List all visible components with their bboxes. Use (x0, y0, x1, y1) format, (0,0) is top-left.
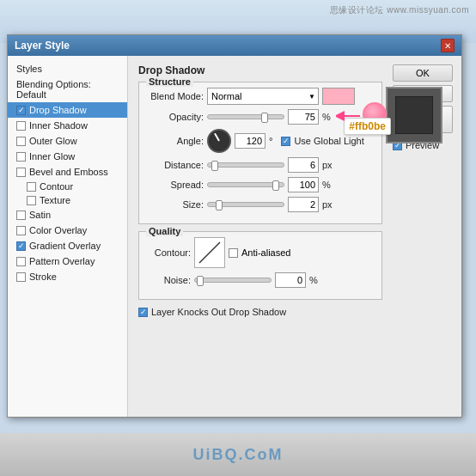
arrow-annotation (336, 109, 362, 123)
layer-knocks-row: ✓ Layer Knocks Out Drop Shadow (138, 307, 382, 317)
structure-group-title: Structure (146, 76, 193, 87)
pattern-overlay-checkbox[interactable] (16, 257, 26, 266)
inner-glow-checkbox[interactable] (16, 152, 26, 162)
stroke-checkbox[interactable] (16, 272, 26, 282)
spread-row: Spread: % (148, 177, 373, 192)
sidebar-item-inner-glow[interactable]: Inner Glow (8, 149, 127, 164)
section-title: Drop Shadow (138, 64, 382, 76)
outer-glow-label: Outer Glow (29, 136, 77, 146)
close-button[interactable]: ✕ (441, 39, 455, 52)
noise-row: Noise: % (148, 272, 373, 288)
inner-glow-label: Inner Glow (29, 151, 75, 162)
noise-unit: % (309, 275, 318, 285)
bevel-emboss-checkbox[interactable] (16, 168, 26, 177)
sidebar-item-satin[interactable]: Satin (8, 207, 127, 223)
stroke-label: Stroke (29, 272, 57, 282)
sidebar-item-pattern-overlay[interactable]: Pattern Overlay (8, 253, 127, 269)
contour-preview[interactable] (194, 237, 225, 268)
bevel-emboss-label: Bevel and Emboss (29, 167, 108, 177)
sidebar-item-stroke[interactable]: Stroke (8, 269, 127, 284)
ok-button[interactable]: OK (393, 64, 453, 82)
sidebar-item-drop-shadow[interactable]: ✓ Drop Shadow (8, 102, 127, 118)
spread-label: Spread: (148, 180, 204, 190)
noise-slider[interactable] (194, 278, 272, 283)
svg-line-0 (199, 242, 220, 263)
size-label: Size: (148, 199, 204, 210)
main-panel: OK Reset New Style... ✓ Preview Drop Sha… (128, 56, 461, 417)
distance-slider[interactable] (207, 162, 284, 168)
spread-slider[interactable] (207, 182, 284, 187)
watermark: 思缘设计论坛 www.missyuan.com (330, 4, 469, 16)
angle-input[interactable] (235, 133, 265, 149)
blend-mode-value: Normal (211, 91, 241, 101)
sidebar-item-bevel-emboss[interactable]: Bevel and Emboss (8, 164, 127, 180)
sidebar: Styles Blending Options: Default ✓ Drop … (8, 56, 128, 417)
angle-dial[interactable] (207, 129, 231, 153)
blend-mode-dropdown[interactable]: Normal ▼ (207, 88, 319, 105)
anti-aliased-checkbox[interactable] (229, 248, 238, 258)
distance-input[interactable] (288, 157, 319, 173)
title-bar: Layer Style ✕ (8, 35, 461, 56)
gradient-overlay-checkbox[interactable]: ✓ (16, 241, 26, 251)
blending-label: Blending Options: Default (16, 79, 119, 100)
gradient-overlay-label: Gradient Overlay (29, 241, 101, 251)
size-unit: px (322, 199, 333, 210)
pattern-overlay-label: Pattern Overlay (29, 256, 95, 266)
dialog-title: Layer Style (15, 40, 70, 52)
sidebar-item-texture[interactable]: Texture (8, 193, 127, 207)
color-overlay-label: Color Overlay (29, 225, 87, 235)
distance-thumb[interactable] (211, 161, 218, 171)
opacity-input[interactable] (288, 109, 319, 125)
size-thumb[interactable] (216, 200, 223, 211)
sidebar-item-blending[interactable]: Blending Options: Default (8, 76, 127, 102)
sidebar-item-styles[interactable]: Styles (8, 61, 127, 76)
angle-row: Angle: ° ✓ Use Global Light (148, 129, 373, 153)
drop-shadow-checkbox[interactable]: ✓ (16, 106, 26, 115)
right-buttons: OK Reset New Style... ✓ Preview (393, 64, 453, 161)
structure-group: Structure Blend Mode: Normal ▼ Opacity: (138, 82, 382, 224)
distance-label: Distance: (148, 160, 204, 170)
spread-unit: % (322, 180, 331, 190)
contour-checkbox[interactable] (27, 182, 36, 192)
outer-glow-checkbox[interactable] (16, 137, 26, 146)
inner-shadow-label: Inner Shadow (29, 120, 88, 131)
opacity-slider[interactable] (207, 114, 284, 119)
contour-row: Contour: Anti-aliased (148, 237, 373, 268)
sidebar-item-inner-shadow[interactable]: Inner Shadow (8, 118, 127, 133)
dial-line (214, 133, 220, 142)
layer-style-dialog: Layer Style ✕ Styles Blending Options: D… (7, 34, 462, 418)
spread-input[interactable] (288, 177, 319, 192)
spread-thumb[interactable] (272, 180, 279, 191)
texture-checkbox[interactable] (27, 196, 36, 205)
inner-shadow-checkbox[interactable] (16, 121, 26, 131)
color-overlay-checkbox[interactable] (16, 226, 26, 235)
layer-knocks-checkbox[interactable]: ✓ (138, 308, 148, 317)
distance-row: Distance: px (148, 157, 373, 173)
size-input[interactable] (288, 197, 319, 212)
layer-knocks-label: Layer Knocks Out Drop Shadow (151, 307, 286, 317)
noise-label: Noise: (148, 275, 191, 285)
noise-input[interactable] (275, 272, 306, 288)
noise-thumb[interactable] (197, 276, 204, 286)
contour-label: Contour (40, 181, 73, 192)
global-light-label: Use Global Light (294, 136, 363, 146)
texture-label: Texture (40, 195, 70, 205)
opacity-thumb[interactable] (261, 113, 268, 123)
sidebar-item-contour[interactable]: Contour (8, 180, 127, 193)
distance-unit: px (322, 160, 333, 170)
bottom-watermark: UiBQ.CoM (193, 446, 284, 464)
blend-mode-label: Blend Mode: (148, 91, 204, 101)
global-light-checkbox[interactable]: ✓ (281, 137, 290, 146)
blend-color-swatch[interactable] (322, 88, 355, 105)
content-area: Drop Shadow Structure Blend Mode: Normal… (138, 64, 382, 317)
contour-svg (198, 241, 222, 265)
sidebar-item-gradient-overlay[interactable]: ✓ Gradient Overlay (8, 238, 127, 253)
styles-label: Styles (16, 64, 42, 74)
size-slider[interactable] (207, 202, 284, 207)
sidebar-item-color-overlay[interactable]: Color Overlay (8, 223, 127, 238)
opacity-label: Opacity: (148, 112, 204, 122)
angle-label: Angle: (148, 136, 204, 146)
satin-checkbox[interactable] (16, 211, 26, 220)
anti-aliased-label: Anti-aliased (241, 247, 290, 258)
sidebar-item-outer-glow[interactable]: Outer Glow (8, 133, 127, 149)
